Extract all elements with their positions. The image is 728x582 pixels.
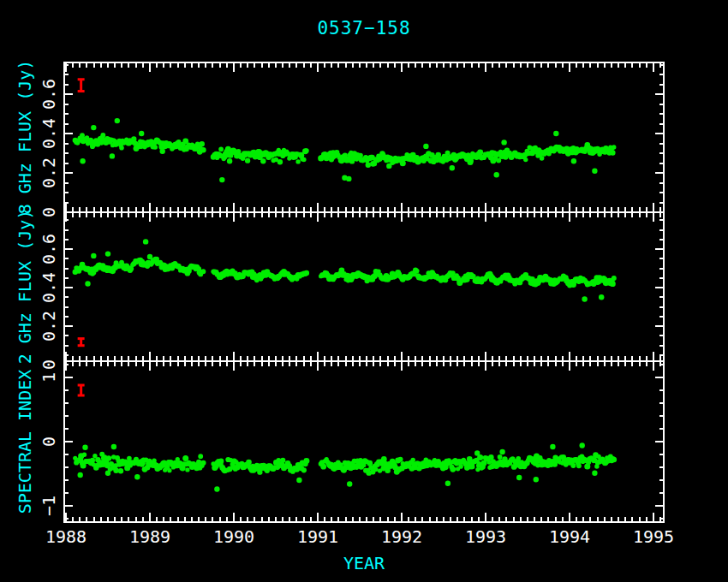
error-bar-top	[78, 80, 85, 92]
y-axis-title-spectral-index: SPECTRAL INDEX	[15, 370, 35, 514]
y-tick-label: 0.6	[39, 79, 59, 110]
error-bar-bottom	[78, 385, 85, 395]
flux-time-series-plot	[0, 0, 728, 582]
x-tick-label: 1990	[213, 526, 254, 547]
y-tick-label: 0.4	[39, 272, 59, 303]
y-tick-label: 0	[39, 359, 59, 370]
plot-page: 0537−158 00.20.40.600.20.40.6−1011988198…	[0, 0, 728, 582]
y-tick-label: 0.4	[39, 118, 59, 149]
error-bar-middle	[78, 339, 85, 346]
y-tick-label: 0	[39, 436, 59, 447]
scatter-series-bottom	[73, 442, 617, 491]
x-tick-label: 1991	[297, 526, 338, 547]
y-tick-label: 1	[39, 372, 59, 383]
x-tick-label: 1995	[633, 526, 674, 547]
scatter-series-middle	[73, 239, 617, 302]
x-tick-label: 1992	[381, 526, 422, 547]
scatter-series-top	[73, 118, 617, 182]
x-tick-label: 1988	[45, 526, 87, 547]
x-tick-label: 1989	[129, 526, 170, 547]
y-tick-label: 0.2	[39, 157, 59, 188]
y-tick-label: 0	[39, 207, 59, 217]
x-axis-title: YEAR	[343, 553, 385, 573]
y-axis-title-8ghz: 8 GHz FLUX (Jy)	[15, 60, 35, 215]
y-tick-label: 0.6	[39, 234, 59, 264]
y-axis-title-2ghz: 2 GHz FLUX (Jy)	[15, 210, 35, 365]
x-tick-label: 1994	[549, 526, 590, 547]
y-tick-label: 0.2	[39, 311, 59, 341]
x-tick-label: 1993	[465, 526, 506, 547]
y-tick-label: −1	[39, 496, 59, 516]
